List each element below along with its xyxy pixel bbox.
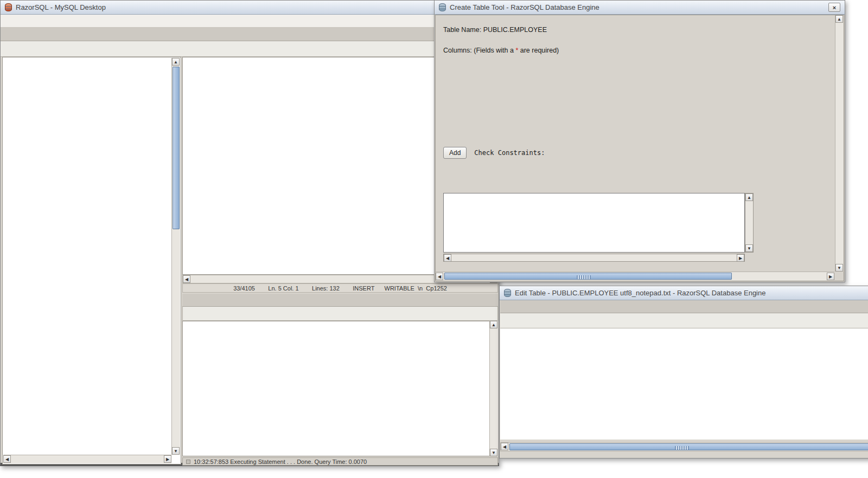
tree-vertical-scrollbar[interactable]: ▲ ▼ — [171, 58, 180, 455]
tree-horizontal-scrollbar[interactable]: ◀ ▶ — [3, 455, 171, 463]
scroll-right-icon[interactable]: ▶ — [164, 455, 171, 463]
columns-label: Columns: (Fields with a * are required) — [443, 47, 559, 54]
scroll-right-icon[interactable]: ▶ — [827, 273, 834, 280]
menu-bar — [1, 15, 499, 28]
results-toolbar — [182, 307, 498, 321]
scroll-left-icon[interactable]: ◀ — [183, 275, 190, 283]
create-table-window: Create Table Tool - RazorSQL Database En… — [434, 0, 845, 282]
editor-status-bar: 33/4105 Ln. 5 Col. 1 Lines: 132 INSERT W… — [182, 283, 498, 293]
close-icon[interactable]: × — [828, 3, 840, 12]
edit-table-titlebar[interactable]: Edit Table - PUBLIC.EMPLOYEE utf8_notepa… — [500, 286, 868, 300]
database-icon — [504, 289, 511, 297]
edit-table-tabs — [500, 300, 868, 313]
create-table-title: Create Table Tool - RazorSQL Database En… — [450, 3, 825, 11]
scroll-up-icon[interactable]: ▲ — [172, 58, 180, 66]
scroll-thumb[interactable] — [444, 273, 732, 280]
database-icon — [439, 3, 446, 11]
window-horizontal-scrollbar[interactable]: ◀ ▶ — [436, 272, 834, 281]
table-name-label: Table Name: PUBLIC.EMPLOYEE — [443, 26, 547, 34]
main-toolbar — [1, 41, 499, 57]
check-constraints-label: Check Constraints: — [474, 149, 545, 157]
scroll-left-icon[interactable]: ◀ — [444, 254, 451, 262]
main-titlebar[interactable]: RazorSQL - MySQL Desktop — [1, 1, 499, 15]
scroll-left-icon[interactable]: ◀ — [501, 443, 508, 450]
scroll-down-icon[interactable]: ▼ — [172, 447, 180, 455]
results-tabs — [182, 294, 498, 307]
query-status-bar: 10:32:57:853 Executing Statement . . . D… — [182, 457, 498, 466]
edit-table-window: Edit Table - PUBLIC.EMPLOYEE utf8_notepa… — [499, 286, 868, 458]
edit-table-toolbar — [500, 313, 868, 328]
edit-table-horizontal-scrollbar[interactable]: ◀ — [500, 442, 868, 451]
database-tree[interactable] — [3, 58, 171, 455]
app-icon — [5, 3, 12, 11]
window-title: RazorSQL - MySQL Desktop — [16, 3, 494, 11]
scroll-thumb[interactable] — [509, 443, 868, 450]
create-table-titlebar[interactable]: Create Table Tool - RazorSQL Database En… — [435, 1, 845, 15]
scroll-up-icon[interactable]: ▲ — [835, 15, 843, 23]
results-grid-panel — [182, 321, 498, 456]
scroll-left-icon[interactable]: ◀ — [3, 455, 11, 463]
sql-vertical-scrollbar[interactable]: ▲ ▼ — [745, 193, 754, 253]
results-vertical-scrollbar[interactable]: ▲ ▼ — [489, 321, 498, 456]
edit-table-grid-panel — [500, 328, 868, 440]
status-indicator-icon — [186, 460, 190, 464]
window-vertical-scrollbar[interactable]: ▲ ▼ — [835, 15, 844, 272]
scroll-down-icon[interactable]: ▼ — [835, 264, 843, 272]
scroll-left-icon[interactable]: ◀ — [436, 273, 443, 280]
connection-tabs — [1, 28, 499, 41]
scroll-down-icon[interactable]: ▼ — [490, 449, 497, 456]
main-window: RazorSQL - MySQL Desktop ▲ ▼ ◀ ▶ ◀ ▶ 33/… — [0, 0, 499, 466]
edit-table-title: Edit Table - PUBLIC.EMPLOYEE utf8_notepa… — [515, 289, 866, 297]
generated-sql-textarea[interactable] — [443, 193, 745, 253]
query-status-text: 10:32:57:853 Executing Statement . . . D… — [194, 458, 367, 465]
sql-horizontal-scrollbar[interactable]: ◀ ▶ — [443, 254, 745, 262]
scroll-right-icon[interactable]: ▶ — [737, 254, 744, 262]
add-column-button[interactable]: Add — [443, 147, 467, 159]
scroll-up-icon[interactable]: ▲ — [490, 321, 497, 328]
database-tree-panel: ▲ ▼ ◀ ▶ — [2, 57, 181, 464]
tree-scroll-thumb[interactable] — [173, 67, 180, 229]
scroll-down-icon[interactable]: ▼ — [745, 244, 753, 252]
scroll-up-icon[interactable]: ▲ — [745, 193, 753, 201]
create-table-body: Table Name: PUBLIC.EMPLOYEE Columns: (Fi… — [435, 15, 844, 281]
